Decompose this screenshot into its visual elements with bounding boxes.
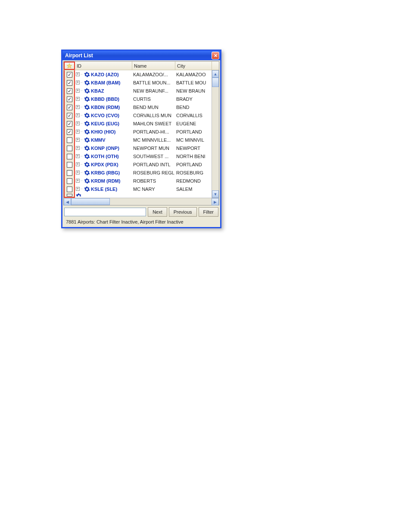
favorite-checkbox[interactable]: ✓	[67, 113, 72, 118]
table-row[interactable]: +··KRBG (RBG)ROSEBURG REGLROSEBURG	[75, 168, 212, 177]
expand-icon[interactable]: +	[76, 154, 80, 158]
svg-marker-0	[67, 63, 72, 68]
expand-icon[interactable]: +	[76, 179, 80, 183]
scroll-up-button[interactable]: ▲	[212, 70, 219, 78]
status-bar: 7881 Airports: Chart Filter Inactive, Ai…	[63, 218, 219, 226]
airport-icon	[84, 186, 90, 192]
expand-icon[interactable]: +	[76, 138, 80, 142]
table-row[interactable]: +··KHIO (HIO)PORTLAND-HI...PORTLAND	[75, 128, 212, 136]
expand-icon[interactable]: +	[76, 113, 80, 117]
table-row[interactable]: +··KAZO (AZO)KALAMAZOO/...KALAMAZOO	[75, 70, 212, 78]
favorite-checkbox[interactable]	[67, 194, 72, 196]
horizontal-scroll-track[interactable]	[71, 198, 212, 205]
previous-button[interactable]: Previous	[169, 207, 197, 217]
close-button[interactable]: ✕	[212, 52, 219, 59]
expand-icon[interactable]: +	[76, 81, 80, 84]
airport-icon	[84, 178, 90, 184]
cell-id: +··KCVO (CVO)	[75, 112, 132, 118]
airport-icon	[84, 153, 90, 159]
expand-icon[interactable]: +	[76, 89, 80, 93]
scroll-down-button[interactable]: ▼	[212, 190, 219, 198]
cell-name: BATTLE MOUN...	[132, 80, 175, 85]
airport-id-text: KBAM (BAM)	[91, 80, 120, 85]
table-row[interactable]: +··KRDM (RDM)ROBERTSREDMOND	[75, 177, 212, 185]
table-row[interactable]: +··KOTH (OTH)SOUTHWEST ...NORTH BENI	[75, 152, 212, 160]
airport-icon	[84, 121, 90, 127]
favorite-checkbox[interactable]: ✓	[67, 121, 72, 127]
favorite-checkbox[interactable]: ✓	[67, 88, 72, 94]
table-row[interactable]: +··KBAM (BAM)BATTLE MOUN...BATTLE MOU	[75, 78, 212, 87]
favorite-checkbox[interactable]: ✓	[67, 80, 72, 86]
airport-icon	[84, 170, 90, 176]
search-input[interactable]	[64, 208, 146, 216]
cell-name: NEW BRAUNF...	[132, 88, 175, 93]
cell-id: +··KBBD (BBD)	[75, 96, 132, 102]
expand-icon[interactable]: +	[76, 121, 80, 125]
next-button[interactable]: Next	[148, 207, 167, 217]
column-header-name[interactable]: Name	[132, 62, 175, 70]
table-row[interactable]: +··KBAZNEW BRAUNF...NEW BRAUN	[75, 87, 212, 95]
airport-list-window: Airport List ✕ ID Name City ✓✓✓✓✓✓✓✓ +··…	[61, 50, 221, 228]
scroll-right-button[interactable]: ▶	[212, 198, 219, 205]
airport-id-text: KRDM (RDM)	[91, 178, 120, 184]
airport-id-text: KCVO (CVO)	[91, 113, 119, 118]
table-row[interactable]: +··KBDN (RDM)BEND MUNBEND	[75, 103, 212, 111]
cell-city: ROSEBURG	[175, 170, 212, 175]
favorite-checkbox-column: ✓✓✓✓✓✓✓✓	[64, 70, 75, 198]
tree-connector: ··	[81, 138, 83, 142]
column-header-id[interactable]: ID	[75, 62, 132, 70]
favorite-checkbox[interactable]: ✓	[67, 105, 72, 110]
table-row[interactable]: +··KPDX (PDX)PORTLAND INTLPORTLAND	[75, 160, 212, 168]
expand-icon[interactable]: +	[76, 130, 80, 134]
favorite-checkbox[interactable]: ✓	[67, 72, 72, 78]
airport-id-text: KOTH (OTH)	[91, 154, 119, 159]
favorite-checkbox[interactable]: ✓	[67, 96, 72, 102]
expand-icon[interactable]: +	[76, 162, 80, 166]
airport-id-text: KRBG (RBG)	[91, 170, 120, 175]
favorite-checkbox[interactable]	[67, 187, 72, 192]
favorite-checkbox[interactable]	[67, 146, 72, 151]
expand-icon[interactable]: +	[76, 105, 80, 109]
table-row[interactable]: +··KSLE (SLE)MC NARYSALEM	[75, 185, 212, 193]
airport-icon	[84, 162, 90, 168]
favorite-checkbox-cell: ✓	[65, 95, 74, 103]
table-row[interactable]: +··KEUG (EUG)MAHLON SWEETEUGENE	[75, 119, 212, 128]
favorite-checkbox[interactable]	[67, 178, 72, 184]
table-row[interactable]: +··KCVO (CVO)CORVALLIS MUNCORVALLIS	[75, 111, 212, 119]
favorite-checkbox[interactable]	[67, 154, 72, 159]
favorite-checkbox-cell: ✓	[65, 120, 74, 128]
vertical-scroll-thumb[interactable]	[212, 78, 219, 87]
horizontal-scrollbar[interactable]: ◀ ▶	[64, 198, 219, 205]
favorite-checkbox[interactable]	[67, 162, 72, 168]
favorite-checkbox-cell	[65, 193, 74, 197]
favorite-checkbox[interactable]	[67, 137, 72, 143]
expand-icon[interactable]: +	[76, 97, 80, 101]
scroll-left-button[interactable]: ◀	[64, 198, 71, 205]
expand-icon[interactable]: +	[76, 187, 80, 191]
cell-id: +··KEUG (EUG)	[75, 121, 132, 127]
favorite-checkbox-cell	[65, 185, 74, 193]
cell-city: BATTLE MOU	[175, 80, 212, 85]
filter-button[interactable]: Filter	[199, 207, 218, 217]
vertical-scrollbar[interactable]: ▲ ▼	[212, 70, 219, 198]
titlebar[interactable]: Airport List ✕	[62, 51, 220, 60]
airport-id-text: KAZO (AZO)	[91, 72, 119, 77]
table-row[interactable]: +··KBBD (BBD)CURTISBRADY	[75, 95, 212, 103]
airport-icon	[84, 129, 90, 135]
horizontal-scroll-thumb[interactable]	[71, 198, 110, 205]
cell-city: BEND	[175, 105, 212, 110]
favorite-checkbox[interactable]: ✓	[67, 129, 72, 135]
expand-icon[interactable]: +	[76, 146, 80, 150]
expand-icon[interactable]: +	[76, 72, 80, 76]
table-row[interactable]: +··KMMVMC MINNVILLE...MC MINNVIL	[75, 136, 212, 144]
cell-id: +··KAZO (AZO)	[75, 72, 132, 78]
vertical-scroll-track[interactable]	[212, 78, 219, 190]
table-row[interactable]: +··KONP (ONP)NEWPORT MUNNEWPORT	[75, 144, 212, 152]
data-rows: +··KAZO (AZO)KALAMAZOO/...KALAMAZOO+··KB…	[75, 70, 212, 198]
cell-id: +··KRBG (RBG)	[75, 170, 132, 176]
favorite-checkbox[interactable]	[67, 170, 72, 176]
column-header-city[interactable]: City	[175, 62, 212, 70]
favorite-column-header[interactable]	[64, 62, 75, 70]
expand-icon[interactable]: +	[76, 171, 80, 174]
airport-id-text: KEUG (EUG)	[91, 121, 119, 126]
